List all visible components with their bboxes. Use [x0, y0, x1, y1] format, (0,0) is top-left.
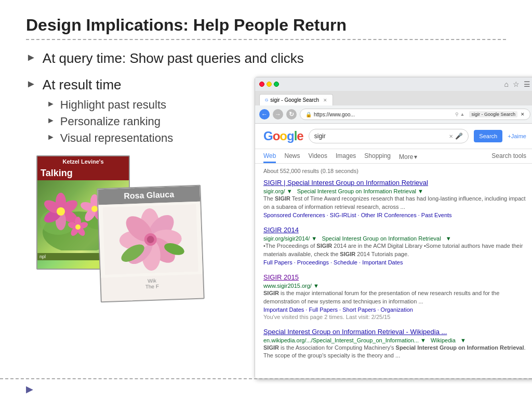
result-2-links[interactable]: Full Papers · Proceedings · Schedule · I…: [263, 259, 526, 265]
google-g2: g: [287, 129, 294, 143]
bullet-l2-arrow-3: ►: [47, 132, 55, 142]
nav-videos[interactable]: Videos: [308, 152, 327, 163]
toolbar-icon-star[interactable]: ☆: [513, 80, 520, 88]
bullet-l2-2-text: Personalize ranking: [60, 115, 161, 128]
slide-title: Design Implications: Help People Return: [26, 16, 506, 40]
result-4: Special Interest Group on Information Re…: [263, 327, 526, 360]
result-3: SIGIR 2015 www.sigir2015.org/ ▼ SIGIR is…: [263, 273, 526, 320]
nav-search-tools[interactable]: Search tools: [491, 152, 526, 163]
bullet-l2-arrow-1: ►: [47, 99, 55, 109]
address-bar[interactable]: 🔒 https://www.goo... ⚲ ▲ sigir - Google …: [300, 109, 530, 120]
left-content: ► At result time ► Highlight past result…: [26, 77, 244, 280]
google-o2: o: [280, 129, 287, 143]
refresh-btn[interactable]: ↻: [286, 109, 297, 119]
ssl-icon: 🔒: [305, 112, 312, 117]
nav-more[interactable]: More ▾: [399, 152, 417, 163]
tab-close-inline[interactable]: ✕: [521, 112, 525, 117]
search-clear-icon[interactable]: ✕: [449, 134, 453, 139]
bullet-l2-3: ► Visual representations: [47, 131, 244, 145]
bullet-l2-1: ► Highlight past results: [47, 98, 244, 112]
bottom-bar: ▶: [0, 378, 532, 399]
toolbar-icon-menu[interactable]: ☰: [524, 80, 530, 88]
slide: Design Implications: Help People Return …: [0, 0, 532, 399]
google-header: Google sigir ✕ 🎤 Search +Jaime: [255, 124, 532, 149]
book2-wiki-text: Wik: [148, 278, 156, 284]
tab-bar: G sigir - Google Search ✕: [255, 91, 532, 105]
search-mic-icon[interactable]: 🎤: [455, 132, 463, 140]
bullet-l1-2-text: At result time: [43, 77, 122, 93]
result-1-title[interactable]: SIGIR | Special Interest Group on Inform…: [263, 178, 526, 188]
browser-tab[interactable]: G sigir - Google Search ✕: [259, 94, 333, 105]
result-1: SIGIR | Special Interest Group on Inform…: [263, 178, 526, 218]
sub-bullets: ► Highlight past results ► Personalize r…: [26, 98, 244, 145]
svg-point-21: [75, 224, 81, 230]
bullet-l2-3-text: Visual representations: [60, 131, 173, 145]
browser-chrome: ⌂ ☆ ☰ G sigir - Google Search ✕: [255, 77, 532, 124]
book2-flower-area: [98, 202, 203, 278]
nav-web[interactable]: Web: [263, 152, 276, 163]
google-nav: Web News Videos Images Shopping More ▾ S…: [255, 149, 532, 164]
book2-bottom-text: Wik The F: [101, 274, 203, 294]
win-close-btn[interactable]: [259, 82, 264, 87]
search-query: sigir: [314, 132, 449, 140]
result-1-links[interactable]: Sponsored Conferences · SIG-IRList · Oth…: [263, 212, 526, 218]
forward-btn[interactable]: →: [273, 109, 283, 119]
nav-shopping[interactable]: Shopping: [364, 152, 391, 163]
bullet-l2-1-text: Highlight past results: [60, 98, 166, 112]
address-text: https://www.goo...: [314, 112, 355, 117]
result-2: SIGIR 2014 sigir.org/sigir2014/ ▼ Specia…: [263, 225, 526, 265]
google-page: Google sigir ✕ 🎤 Search +Jaime Web N: [255, 124, 532, 378]
bullet-arrow-2: ►: [26, 78, 36, 90]
book1-title: Talking: [37, 167, 129, 180]
main-area: ► At result time ► Highlight past result…: [26, 77, 506, 379]
browser-window: ⌂ ☆ ☰ G sigir - Google Search ✕: [255, 77, 532, 379]
more-chevron-icon: ▾: [414, 153, 417, 161]
result-1-desc: The SIGIR Test of Time Award recognizes …: [263, 195, 526, 211]
bullet-arrow-1: ►: [26, 51, 36, 63]
books-area: Ketzel Levine's Talking: [36, 155, 213, 280]
bullet-l1-1: ► At query time: Show past queries and c…: [26, 50, 506, 66]
tab-close-btn[interactable]: ✕: [323, 98, 327, 103]
bullet-l1-2: ► At result time: [26, 77, 244, 93]
tab-title: sigir - Google Search: [270, 97, 319, 103]
result-3-title[interactable]: SIGIR 2015: [263, 273, 526, 282]
result-3-links[interactable]: Important Dates · Full Papers · Short Pa…: [263, 307, 526, 313]
book2-flower-svg: [103, 204, 198, 275]
svg-point-15: [91, 206, 98, 212]
result-4-url: en.wikipedia.org/.../Special_Interest_Gr…: [263, 337, 526, 343]
toolbar-icon-home[interactable]: ⌂: [504, 80, 509, 88]
results-area: About 552,000 results (0.18 seconds) SIG…: [255, 164, 532, 371]
book2: Rosa Glauca: [97, 185, 205, 303]
result-4-title[interactable]: Special Interest Group on Information Re…: [263, 327, 526, 337]
nav-news[interactable]: News: [284, 152, 300, 163]
result-3-url: www.sigir2015.org/ ▼: [263, 283, 526, 289]
google-logo: Google: [263, 129, 303, 143]
book1-author: Ketzel Levine's: [37, 156, 129, 167]
search-button[interactable]: Search: [474, 130, 502, 142]
google-e: e: [297, 129, 303, 143]
bullet-l1-1-text: At query time: Show past queries and cli…: [43, 50, 304, 66]
results-count: About 552,000 results (0.18 seconds): [263, 168, 526, 174]
result-4-desc: SIGIR is the Association for Computing M…: [263, 344, 526, 360]
google-g: G: [263, 129, 273, 143]
win-min-btn[interactable]: [267, 82, 272, 87]
result-2-title[interactable]: SIGIR 2014: [263, 225, 526, 235]
user-link[interactable]: +Jaime: [508, 133, 526, 139]
result-2-desc: •The Proceedings of SIGIR 2014 are in th…: [263, 242, 526, 258]
result-3-desc: SIGIR is the major international forum f…: [263, 289, 526, 305]
win-max-btn[interactable]: [274, 82, 279, 87]
back-btn[interactable]: ←: [259, 109, 270, 119]
svg-point-9: [57, 207, 65, 216]
bottom-arrow: ▶: [26, 383, 33, 395]
google-o1: o: [273, 129, 280, 143]
tab-favicon: G: [265, 98, 268, 102]
nav-images[interactable]: Images: [336, 152, 356, 163]
slide-content: ► At query time: Show past queries and c…: [26, 50, 506, 379]
result-1-url: sigir.org/ ▼ Special Interest Group on I…: [263, 188, 526, 194]
result-2-url: sigir.org/sigir2014/ ▼ Special Interest …: [263, 235, 526, 242]
tab-title-inline: sigir - Google Search: [469, 111, 517, 117]
result-3-visited: You've visited this page 2 times. Last v…: [263, 314, 526, 320]
google-search-box[interactable]: sigir ✕ 🎤: [309, 129, 469, 143]
address-bar-row: ← → ↻ 🔒 https://www.goo... ⚲ ▲ sigir - G…: [255, 105, 532, 123]
browser-titlebar: ⌂ ☆ ☰: [255, 77, 532, 91]
